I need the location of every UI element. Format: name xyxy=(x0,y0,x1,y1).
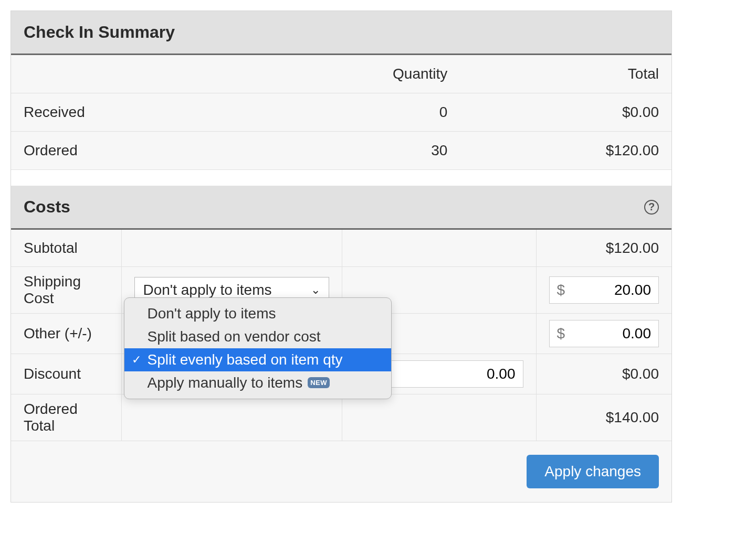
dropdown-option-dont-apply[interactable]: Don't apply to items xyxy=(124,302,391,325)
subtotal-value: $120.00 xyxy=(536,230,671,266)
checkin-summary-header: Check In Summary xyxy=(11,11,671,55)
checkin-summary-title: Check In Summary xyxy=(24,23,175,42)
summary-qty: 0 xyxy=(244,93,460,132)
shipping-label: Shipping Cost xyxy=(11,266,121,313)
button-row: Apply changes xyxy=(11,441,671,502)
other-amount-field[interactable]: $ xyxy=(549,320,659,347)
summary-qty: 30 xyxy=(244,132,460,170)
summary-total: $120.00 xyxy=(460,132,671,170)
summary-table: Quantity Total Received 0 $0.00 Ordered … xyxy=(11,55,671,170)
summary-col-qty: Quantity xyxy=(244,55,460,93)
ordered-total-label: Ordered Total xyxy=(11,394,121,441)
ordered-total-value: $140.00 xyxy=(536,394,671,441)
summary-label: Received xyxy=(11,93,244,132)
summary-row-ordered: Ordered 30 $120.00 xyxy=(11,132,671,170)
other-amount-input[interactable] xyxy=(572,320,658,347)
summary-col-total: Total xyxy=(460,55,671,93)
costs-header: Costs ? xyxy=(11,186,671,230)
dropdown-option-split-vendor[interactable]: Split based on vendor cost xyxy=(124,325,391,348)
discount-label: Discount xyxy=(11,354,121,394)
panel: Check In Summary Quantity Total Received… xyxy=(10,10,672,503)
other-label: Other (+/-) xyxy=(11,313,121,354)
costs-title: Costs xyxy=(24,197,70,217)
shipping-apply-dropdown: Don't apply to items Split based on vend… xyxy=(124,297,392,399)
dropdown-option-apply-manually[interactable]: Apply manually to items NEW xyxy=(124,371,391,394)
ordered-total-row: Ordered Total $140.00 xyxy=(11,394,671,441)
currency-symbol: $ xyxy=(550,325,573,342)
subtotal-label: Subtotal xyxy=(11,230,121,266)
summary-total: $0.00 xyxy=(460,93,671,132)
subtotal-row: Subtotal $120.00 xyxy=(11,230,671,266)
help-icon[interactable]: ? xyxy=(644,200,659,215)
shipping-amount-field[interactable]: $ xyxy=(549,276,659,304)
summary-label: Ordered xyxy=(11,132,244,170)
shipping-select-value: Don't apply to items xyxy=(143,282,272,298)
currency-symbol: $ xyxy=(550,282,573,298)
apply-changes-button[interactable]: Apply changes xyxy=(527,455,659,488)
summary-row-received: Received 0 $0.00 xyxy=(11,93,671,132)
discount-value: $0.00 xyxy=(536,354,671,394)
new-badge: NEW xyxy=(308,377,330,388)
check-icon: ✓ xyxy=(132,353,141,367)
shipping-row: Shipping Cost Don't apply to items ⌄ Don… xyxy=(11,266,671,313)
shipping-amount-input[interactable] xyxy=(572,277,658,303)
dropdown-option-split-qty[interactable]: ✓ Split evenly based on item qty xyxy=(124,348,391,371)
chevron-down-icon: ⌄ xyxy=(311,283,320,297)
costs-table: Subtotal $120.00 Shipping Cost Don't app… xyxy=(11,230,671,441)
summary-col-blank xyxy=(11,55,244,93)
